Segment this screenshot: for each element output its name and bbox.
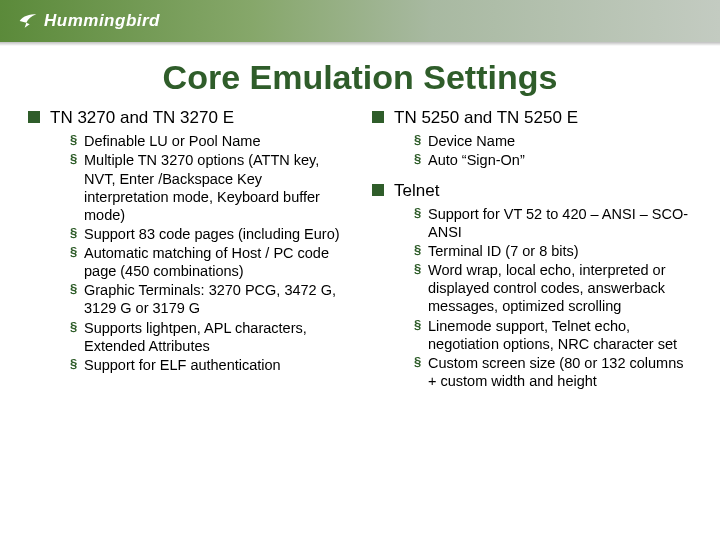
list-item: Terminal ID (7 or 8 bits) <box>414 242 692 260</box>
list-item: Auto “Sign-On” <box>414 151 692 169</box>
header-shadow <box>0 42 720 46</box>
tn5250-list: Device Name Auto “Sign-On” <box>372 132 692 169</box>
list-item: Support for VT 52 to 420 – ANSI – SCO-AN… <box>414 205 692 241</box>
square-bullet-icon <box>372 184 384 196</box>
section-heading: TN 3270 and TN 3270 E <box>50 107 234 128</box>
slide-content: TN 3270 and TN 3270 E Definable LU or Po… <box>0 107 720 400</box>
list-item: Supports lightpen, APL characters, Exten… <box>70 319 348 355</box>
list-item: Linemode support, Telnet echo, negotiati… <box>414 317 692 353</box>
square-bullet-icon <box>28 111 40 123</box>
tn3270-list: Definable LU or Pool Name Multiple TN 32… <box>28 132 348 374</box>
section-heading: TN 5250 and TN 5250 E <box>394 107 578 128</box>
section-tn3270: TN 3270 and TN 3270 E <box>28 107 348 128</box>
header-bar: Hummingbird <box>0 0 720 42</box>
square-bullet-icon <box>372 111 384 123</box>
list-item: Word wrap, local echo, interpreted or di… <box>414 261 692 315</box>
list-item: Definable LU or Pool Name <box>70 132 348 150</box>
slide-title: Core Emulation Settings <box>0 58 720 97</box>
telnet-list: Support for VT 52 to 420 – ANSI – SCO-AN… <box>372 205 692 390</box>
hummingbird-icon <box>18 11 38 31</box>
list-item: Automatic matching of Host / PC code pag… <box>70 244 348 280</box>
list-item: Support 83 code pages (including Euro) <box>70 225 348 243</box>
right-column: TN 5250 and TN 5250 E Device Name Auto “… <box>372 107 692 400</box>
section-telnet: Telnet <box>372 180 692 201</box>
left-column: TN 3270 and TN 3270 E Definable LU or Po… <box>28 107 348 400</box>
brand-logo: Hummingbird <box>18 11 160 31</box>
section-heading: Telnet <box>394 180 439 201</box>
list-item: Device Name <box>414 132 692 150</box>
list-item: Graphic Terminals: 3270 PCG, 3472 G, 312… <box>70 281 348 317</box>
list-item: Custom screen size (80 or 132 columns + … <box>414 354 692 390</box>
list-item: Multiple TN 3270 options (ATTN key, NVT,… <box>70 151 348 224</box>
section-tn5250: TN 5250 and TN 5250 E <box>372 107 692 128</box>
brand-name: Hummingbird <box>44 11 160 31</box>
list-item: Support for ELF authentication <box>70 356 348 374</box>
